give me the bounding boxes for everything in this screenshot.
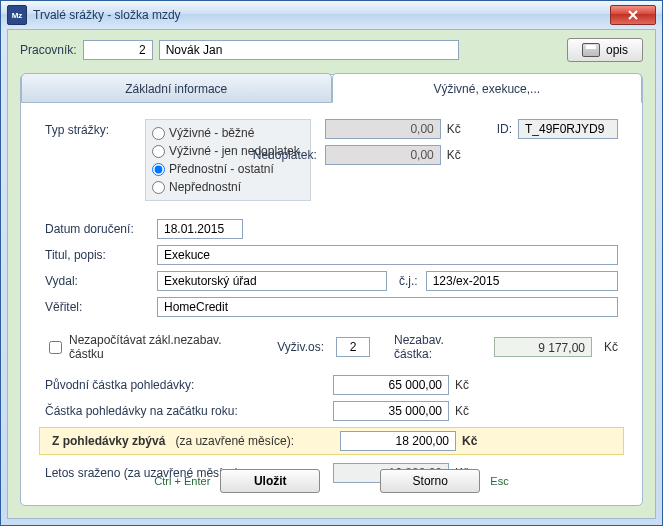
radio-vyzivne-bezne[interactable]: Výživné - běžné <box>152 124 300 142</box>
creditor-input[interactable] <box>157 297 618 317</box>
amount-field: 0,00 <box>325 119 441 139</box>
date-label: Datum doručení: <box>45 222 157 236</box>
remaining-row: Z pohledávky zbývá (za uzavřené měsíce):… <box>39 427 624 455</box>
amount-unit: Kč <box>447 122 461 136</box>
remaining-note: (za uzavřené měsíce): <box>175 434 294 448</box>
radio-input-vyzivne-bezne[interactable] <box>152 127 165 140</box>
tabstrip: Základní informace Výživné, exekuce,... <box>21 73 642 103</box>
print-button-label: opis <box>606 43 628 57</box>
deduction-type-label: Typ strážky: <box>45 119 131 137</box>
unseizable-amount: 9 177,00 <box>494 337 592 357</box>
tab-body: Typ strážky: Výživné - běžné Výživné - j… <box>21 103 642 497</box>
id-label: ID: <box>497 122 512 136</box>
employee-label: Pracovník: <box>20 43 77 57</box>
skip-min-checkbox[interactable] <box>49 341 62 354</box>
radio-prednostni[interactable]: Přednostní - ostatní <box>152 160 300 178</box>
footer: Ctrl + Enter Uložit Storno Esc <box>21 461 642 501</box>
printer-icon <box>582 43 600 57</box>
skip-min-checkbox-wrap[interactable]: Nezapočítávat zákl.nezabav. částku <box>45 333 253 361</box>
employee-name-input[interactable] <box>159 40 459 60</box>
cancel-button[interactable]: Storno <box>380 469 480 493</box>
original-amount-input[interactable] <box>333 375 449 395</box>
dependents-input[interactable] <box>336 337 370 357</box>
client-area: Pracovník: opis Základní informace Výživ… <box>7 29 656 519</box>
main-panel: Základní informace Výživné, exekuce,... … <box>20 74 643 506</box>
arrears-unit: Kč <box>447 148 461 162</box>
app-window: Mz Trvalé srážky - složka mzdy Pracovník… <box>0 0 663 526</box>
titlebar: Mz Trvalé srážky - složka mzdy <box>1 1 662 29</box>
print-button[interactable]: opis <box>567 38 643 62</box>
employee-number-input[interactable] <box>83 40 153 60</box>
cj-input[interactable] <box>426 271 618 291</box>
remaining-label: Z pohledávky zbývá <box>52 434 165 448</box>
tab-alimony[interactable]: Výživné, exekuce,... <box>332 73 643 103</box>
year-start-amount-input[interactable] <box>333 401 449 421</box>
radio-input-prednostni[interactable] <box>152 163 165 176</box>
date-input[interactable] <box>157 219 243 239</box>
creditor-label: Věřitel: <box>45 300 157 314</box>
window-title: Trvalé srážky - složka mzdy <box>33 8 181 22</box>
year-start-amount-label: Částka pohledávky na začátku roku: <box>45 404 333 418</box>
radio-input-neprednostni[interactable] <box>152 181 165 194</box>
save-hint: Ctrl + Enter <box>154 475 210 487</box>
issued-input[interactable] <box>157 271 387 291</box>
dependents-label: Vyživ.os: <box>277 340 324 354</box>
close-button[interactable] <box>610 5 656 25</box>
radio-input-vyzivne-nedoplatek[interactable] <box>152 145 165 158</box>
tab-basic-info[interactable]: Základní informace <box>21 73 332 103</box>
cj-label: č.j.: <box>399 274 418 288</box>
title-label: Titul, popis: <box>45 248 157 262</box>
app-icon: Mz <box>7 5 27 25</box>
unseizable-label: Nezabav. částka: <box>394 333 483 361</box>
save-button[interactable]: Uložit <box>220 469 320 493</box>
original-amount-label: Původní částka pohledávky: <box>45 378 333 392</box>
employee-row: Pracovník: opis <box>8 30 655 70</box>
unseizable-unit: Kč <box>604 340 618 354</box>
issued-label: Vydal: <box>45 274 157 288</box>
arrears-field: 0,00 <box>325 145 441 165</box>
year-start-unit: Kč <box>455 404 469 418</box>
skip-min-label: Nezapočítávat zákl.nezabav. částku <box>69 333 253 361</box>
close-icon <box>628 10 638 20</box>
remaining-amount-input[interactable] <box>340 431 456 451</box>
title-input[interactable] <box>157 245 618 265</box>
original-unit: Kč <box>455 378 469 392</box>
remaining-unit: Kč <box>462 434 477 448</box>
cancel-hint: Esc <box>490 475 508 487</box>
radio-neprednostni[interactable]: Nepřednostní <box>152 178 300 196</box>
arrears-label: Nedoplatek: <box>253 148 319 162</box>
id-field <box>518 119 618 139</box>
